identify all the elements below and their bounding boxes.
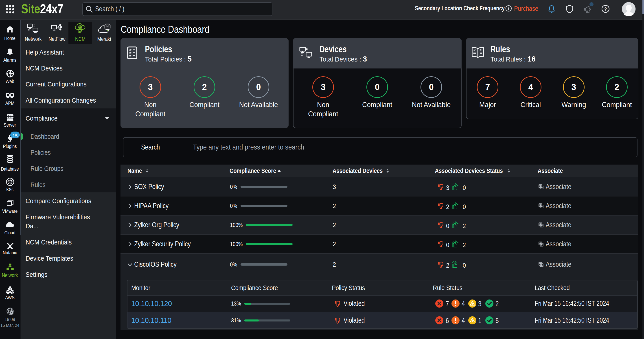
svg-text:?: ?: [604, 6, 607, 12]
